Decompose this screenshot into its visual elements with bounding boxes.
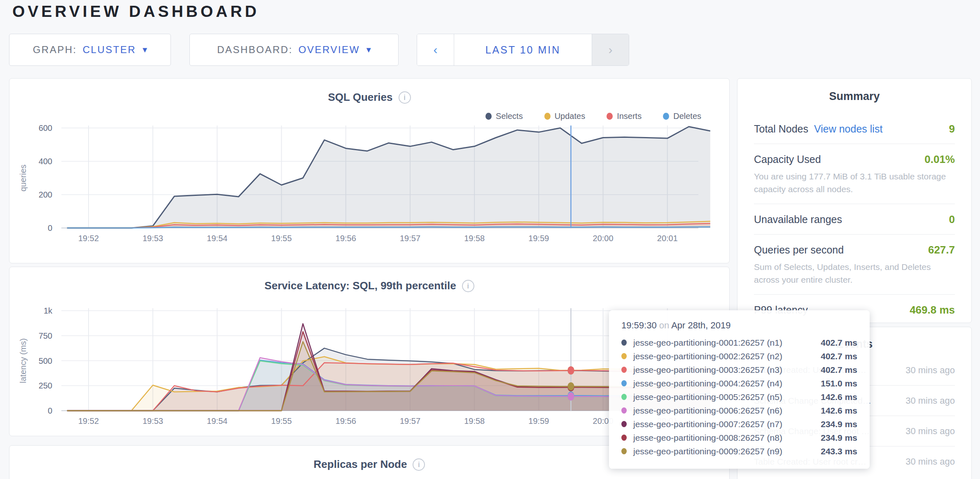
view-nodes-list-link[interactable]: View nodes list: [814, 123, 882, 135]
node-address: jesse-geo-partitioning-0009:26257 (n9): [633, 446, 782, 456]
node-color-dot-icon: [621, 380, 627, 386]
capacity-used-value: 0.01%: [924, 153, 955, 166]
chevron-down-icon: ▾: [142, 44, 147, 55]
node-color-dot-icon: [621, 339, 627, 346]
svg-text:1k: 1k: [44, 306, 53, 315]
total-nodes-value: 9: [949, 123, 955, 135]
svg-text:19:52: 19:52: [78, 234, 99, 243]
graph-dropdown-label: GRAPH:: [33, 44, 77, 56]
node-latency-value: 234.9 ms: [821, 433, 857, 443]
tooltip-node-row: jesse-geo-partitioning-0005:26257 (n5)14…: [621, 390, 857, 404]
svg-text:20:01: 20:01: [657, 234, 678, 243]
summary-panel: Summary Total Nodes View nodes list 9 Ca…: [737, 78, 972, 323]
event-timestamp: 30 mins ago: [901, 455, 955, 468]
capacity-used-label: Capacity Used: [754, 153, 821, 165]
summary-capacity-row: Capacity Used 0.01% You are using 177.7 …: [754, 144, 955, 204]
svg-text:queries: queries: [19, 165, 28, 192]
total-nodes-label: Total Nodes: [754, 123, 808, 135]
svg-text:19:53: 19:53: [142, 234, 163, 243]
svg-text:19:54: 19:54: [207, 234, 227, 243]
svg-text:19:53: 19:53: [142, 416, 163, 426]
svg-text:19:54: 19:54: [207, 416, 227, 426]
svg-text:19:56: 19:56: [336, 416, 356, 426]
node-color-dot-icon: [621, 394, 627, 400]
node-color-dot-icon: [621, 407, 627, 414]
sql-queries-panel: SQL Queries i Selects Updates Inserts De…: [9, 78, 730, 263]
summary-unavailable-row: Unavailable ranges 0: [754, 204, 955, 234]
svg-text:200: 200: [39, 190, 52, 199]
node-address: jesse-geo-partitioning-0003:26257 (n3): [633, 365, 782, 375]
unavailable-ranges-label: Unavailable ranges: [754, 214, 842, 226]
tooltip-node-row: jesse-geo-partitioning-0007:26257 (n7)23…: [621, 417, 857, 431]
svg-text:400: 400: [39, 157, 52, 166]
info-icon[interactable]: i: [462, 280, 474, 292]
replicas-per-node-title: Replicas per Node: [314, 458, 407, 471]
tooltip-node-row: jesse-geo-partitioning-0002:26257 (n2)40…: [621, 349, 857, 363]
tooltip-timestamp: 19:59:30 on Apr 28th, 2019: [621, 320, 857, 331]
node-address: jesse-geo-partitioning-0008:26257 (n8): [633, 433, 782, 443]
capacity-used-description: You are using 177.7 MiB of 3.1 TiB usabl…: [754, 170, 955, 195]
node-color-dot-icon: [621, 448, 627, 454]
node-color-dot-icon: [621, 353, 627, 359]
svg-text:latency (ms): latency (ms): [19, 338, 28, 383]
chevron-down-icon: ▾: [366, 44, 371, 55]
svg-text:19:55: 19:55: [271, 234, 292, 243]
info-icon[interactable]: i: [413, 458, 425, 471]
svg-text:19:52: 19:52: [78, 416, 99, 426]
svg-text:0: 0: [48, 223, 52, 233]
unavailable-ranges-value: 0: [949, 213, 955, 226]
tooltip-node-row: jesse-geo-partitioning-0006:26257 (n6)14…: [621, 404, 857, 417]
node-address: jesse-geo-partitioning-0004:26257 (n4): [633, 379, 782, 388]
svg-text:19:55: 19:55: [271, 416, 292, 426]
node-address: jesse-geo-partitioning-0001:26257 (n1): [633, 338, 782, 348]
node-color-dot-icon: [621, 435, 627, 441]
time-range-selector: ‹ LAST 10 MIN ›: [417, 34, 629, 66]
event-timestamp: 30 mins ago: [901, 364, 955, 377]
svg-text:19:59: 19:59: [528, 234, 549, 243]
page-title: OVERVIEW DASHBOARD: [12, 2, 259, 21]
svg-text:19:57: 19:57: [400, 416, 420, 426]
node-latency-value: 234.9 ms: [821, 419, 857, 429]
tooltip-node-row: jesse-geo-partitioning-0008:26257 (n8)23…: [621, 431, 857, 444]
svg-text:19:59: 19:59: [528, 416, 549, 426]
sql-queries-chart[interactable]: 19:5219:5319:5419:5519:5619:5719:5819:59…: [9, 91, 729, 263]
node-latency-value: 402.7 ms: [821, 365, 857, 375]
graph-dropdown[interactable]: GRAPH: CLUSTER ▾: [9, 34, 171, 66]
svg-text:20:00: 20:00: [593, 234, 614, 243]
qps-label: Queries per second: [754, 244, 844, 256]
summary-qps-row: Queries per second 627.7 Sum of Selects,…: [754, 234, 955, 294]
node-latency-value: 243.3 ms: [821, 446, 857, 456]
tooltip-node-row: jesse-geo-partitioning-0003:26257 (n3)40…: [621, 363, 857, 377]
qps-value: 627.7: [928, 244, 955, 256]
summary-title: Summary: [754, 79, 955, 114]
node-address: jesse-geo-partitioning-0006:26257 (n6): [633, 406, 782, 416]
node-latency-value: 142.6 ms: [821, 392, 857, 402]
service-latency-title: Service Latency: SQL, 99th percentile: [264, 279, 456, 292]
time-prev-button[interactable]: ‹: [417, 34, 454, 65]
summary-total-nodes-row: Total Nodes View nodes list 9: [754, 114, 955, 144]
chart-hover-tooltip: 19:59:30 on Apr 28th, 2019 jesse-geo-par…: [609, 310, 870, 469]
dashboard-dropdown-value: OVERVIEW: [299, 44, 360, 56]
tooltip-node-row: jesse-geo-partitioning-0001:26257 (n1)40…: [621, 336, 857, 349]
svg-text:19:56: 19:56: [336, 234, 356, 243]
event-timestamp: 30 mins ago: [901, 425, 955, 437]
time-next-button[interactable]: ›: [592, 34, 629, 65]
qps-description: Sum of Selects, Updates, Inserts, and De…: [754, 260, 955, 286]
svg-text:250: 250: [39, 381, 52, 390]
svg-text:19:58: 19:58: [464, 416, 485, 426]
node-color-dot-icon: [621, 367, 627, 373]
node-address: jesse-geo-partitioning-0005:26257 (n5): [633, 392, 782, 402]
node-latency-value: 151.0 ms: [821, 379, 857, 388]
svg-text:750: 750: [39, 331, 52, 340]
svg-text:600: 600: [39, 123, 52, 133]
svg-text:500: 500: [39, 356, 52, 365]
node-color-dot-icon: [621, 421, 627, 427]
tooltip-node-row: jesse-geo-partitioning-0009:26257 (n9)24…: [621, 444, 857, 458]
time-range-label[interactable]: LAST 10 MIN: [454, 34, 592, 65]
node-latency-value: 142.6 ms: [821, 406, 857, 416]
svg-text:19:58: 19:58: [464, 234, 485, 243]
tooltip-node-row: jesse-geo-partitioning-0004:26257 (n4)15…: [621, 377, 857, 390]
p99-latency-value: 469.8 ms: [910, 304, 955, 316]
dashboard-dropdown[interactable]: DASHBOARD: OVERVIEW ▾: [189, 34, 399, 66]
dashboard-dropdown-label: DASHBOARD:: [217, 44, 293, 56]
